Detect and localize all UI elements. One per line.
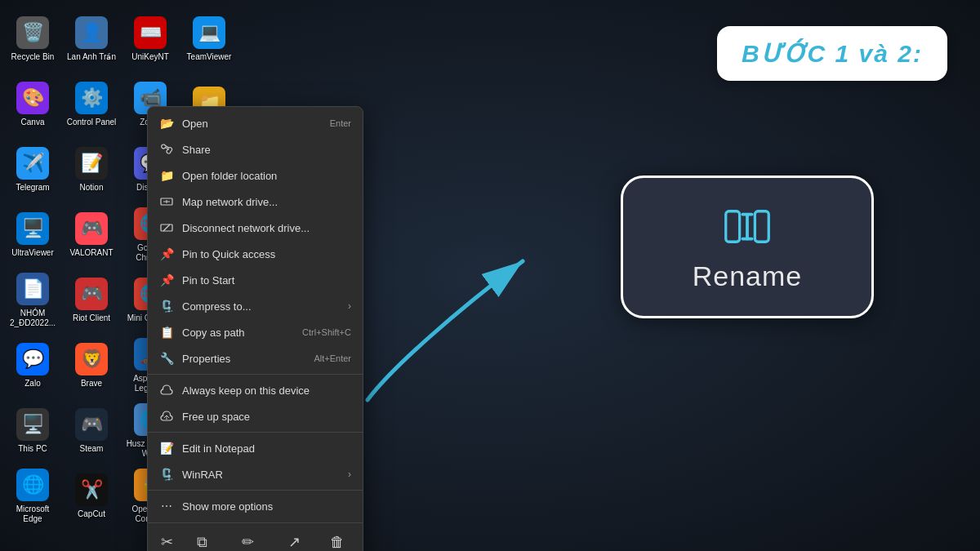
folder-location-icon: 📁 bbox=[159, 168, 174, 183]
svg-line-2 bbox=[163, 224, 170, 231]
menu-item-show-more-label: Show more options bbox=[182, 500, 351, 513]
rename-card-text: Rename bbox=[693, 260, 803, 292]
svg-rect-4 bbox=[726, 211, 740, 242]
menu-items-list: 📂 Open Enter Share 📁 Open folder locatio… bbox=[148, 107, 363, 522]
direction-arrow bbox=[359, 245, 547, 408]
menu-item-properties-shortcut: Alt+Enter bbox=[314, 353, 351, 363]
icon-unikey[interactable]: ⌨️ UniKeyNT bbox=[121, 7, 180, 72]
menu-item-folder-label: Open folder location bbox=[182, 170, 351, 182]
delete-icon: 🗑 bbox=[330, 534, 345, 551]
menu-item-open-shortcut: Enter bbox=[330, 118, 351, 128]
rename-svg-icon bbox=[723, 204, 772, 249]
toolbar-copy-btn[interactable]: ⧉ Copy bbox=[185, 531, 220, 552]
icon-lan-anh[interactable]: 👤 Lan Anh Trần bbox=[62, 7, 121, 72]
menu-item-pin-quick-label: Pin to Quick access bbox=[182, 248, 351, 260]
pin-start-icon: 📌 bbox=[159, 273, 174, 287]
copy-path-icon: 📋 bbox=[159, 325, 174, 340]
properties-icon: 🔧 bbox=[159, 351, 174, 366]
icon-canva[interactable]: 🎨 Canva bbox=[3, 72, 62, 137]
menu-item-always-keep-label: Always keep on this device bbox=[182, 384, 351, 397]
menu-separator-1 bbox=[148, 374, 363, 375]
menu-item-properties[interactable]: 🔧 Properties Alt+Enter bbox=[148, 345, 363, 371]
rename-card: Rename bbox=[621, 176, 874, 318]
menu-item-winrar[interactable]: 🗜️ WinRAR › bbox=[148, 461, 363, 487]
menu-item-edit-notepad[interactable]: 📝 Edit in Notepad bbox=[148, 435, 363, 461]
menu-item-edit-notepad-label: Edit in Notepad bbox=[182, 442, 351, 455]
menu-item-copy-path[interactable]: 📋 Copy as path Ctrl+Shift+C bbox=[148, 319, 363, 345]
icon-nhom[interactable]: 📄 NHÓM 2_ĐD2022... bbox=[3, 268, 62, 333]
pin-quick-icon: 📌 bbox=[159, 247, 174, 261]
menu-item-winrar-label: WinRAR bbox=[182, 469, 336, 481]
menu-item-share-label: Share bbox=[182, 144, 351, 156]
compress-icon: 🗜️ bbox=[159, 299, 174, 313]
menu-item-open-label: Open bbox=[182, 118, 322, 130]
context-menu: 📂 Open Enter Share 📁 Open folder locatio… bbox=[147, 106, 363, 551]
menu-item-free-space[interactable]: Free up space bbox=[148, 403, 363, 429]
menu-separator-2 bbox=[148, 432, 363, 433]
step-label: BƯỚC 1 và 2: bbox=[717, 26, 947, 81]
icon-ctrlpanel[interactable]: ⚙️ Control Panel bbox=[62, 72, 121, 137]
always-keep-icon bbox=[159, 383, 174, 398]
menu-item-open[interactable]: 📂 Open Enter bbox=[148, 110, 363, 136]
share-icon bbox=[159, 142, 174, 157]
toolbar-share-btn[interactable]: ↗ Share bbox=[276, 530, 313, 551]
desktop-icons: 🗑️ Recycle Bin 🎨 Canva ✈️ Telegram 🖥️ Ul… bbox=[0, 0, 163, 551]
menu-item-properties-label: Properties bbox=[182, 353, 305, 365]
step-label-text: BƯỚC 1 và 2: bbox=[742, 40, 923, 67]
menu-item-share[interactable]: Share bbox=[148, 136, 363, 162]
rename-icon: ✏ bbox=[242, 533, 254, 551]
disconnect-drive-icon bbox=[159, 220, 174, 235]
free-space-icon bbox=[159, 409, 174, 424]
toolbar-rename-btn[interactable]: ✏ Rename bbox=[225, 530, 272, 551]
menu-item-disconnect-drive[interactable]: Disconnect network drive... bbox=[148, 215, 363, 241]
menu-separator-3 bbox=[148, 490, 363, 491]
winrar-arrow: › bbox=[348, 469, 351, 480]
icon-teamviewer[interactable]: 💻 TeamViewer bbox=[180, 7, 238, 72]
menu-item-open-folder[interactable]: 📁 Open folder location bbox=[148, 162, 363, 189]
menu-item-compress[interactable]: 🗜️ Compress to... › bbox=[148, 293, 363, 319]
menu-item-copy-path-shortcut: Ctrl+Shift+C bbox=[302, 327, 351, 337]
icon-valorant[interactable]: 🎮 VALORANT bbox=[62, 202, 121, 268]
icon-edge[interactable]: 🌐 Microsoft Edge bbox=[3, 464, 62, 529]
svg-rect-5 bbox=[755, 211, 768, 242]
rename-card-icon bbox=[719, 202, 776, 251]
toolbar-cut-btn[interactable]: ✂ Cut bbox=[154, 530, 180, 551]
menu-item-compress-label: Compress to... bbox=[182, 300, 336, 313]
copy-icon: ⧉ bbox=[197, 534, 207, 551]
icon-ultraviewer[interactable]: 🖥️ UltraViewer bbox=[3, 202, 62, 268]
compress-arrow: › bbox=[348, 300, 351, 312]
toolbar-delete-btn[interactable]: 🗑 Delete bbox=[318, 531, 357, 552]
icon-steam[interactable]: 🎮 Steam bbox=[62, 398, 121, 464]
icon-riot[interactable]: 🎮 Riot Client bbox=[62, 268, 121, 333]
menu-item-pin-quick[interactable]: 📌 Pin to Quick access bbox=[148, 241, 363, 267]
open-icon: 📂 bbox=[159, 116, 174, 131]
menu-item-copy-path-label: Copy as path bbox=[182, 327, 294, 339]
svg-rect-6 bbox=[746, 212, 749, 240]
menu-item-disconnect-label: Disconnect network drive... bbox=[182, 222, 351, 234]
winrar-icon: 🗜️ bbox=[159, 467, 174, 482]
icon-notion[interactable]: 📝 Notion bbox=[62, 137, 121, 202]
cut-icon: ✂ bbox=[161, 533, 173, 551]
icon-capcut[interactable]: ✂️ CapCut bbox=[62, 464, 121, 529]
menu-toolbar: ✂ Cut ⧉ Copy ✏ Rename ↗ Share 🗑 Delete bbox=[148, 522, 363, 551]
menu-item-show-more[interactable]: ⋯ Show more options bbox=[148, 493, 363, 519]
icon-zalo[interactable]: 💬 Zalo bbox=[3, 333, 62, 398]
menu-item-free-space-label: Free up space bbox=[182, 411, 351, 423]
icon-recycle-bin[interactable]: 🗑️ Recycle Bin bbox=[3, 7, 62, 72]
menu-item-always-keep[interactable]: Always keep on this device bbox=[148, 377, 363, 403]
menu-item-pin-start-label: Pin to Start bbox=[182, 274, 351, 287]
share-toolbar-icon: ↗ bbox=[288, 533, 301, 551]
icon-thispc[interactable]: 🖥️ This PC bbox=[3, 398, 62, 464]
arrow-container bbox=[359, 245, 547, 408]
edit-notepad-icon: 📝 bbox=[159, 441, 174, 455]
menu-item-map-drive[interactable]: Map network drive... bbox=[148, 189, 363, 215]
icon-brave[interactable]: 🦁 Brave bbox=[62, 333, 121, 398]
show-more-icon: ⋯ bbox=[159, 499, 174, 513]
menu-item-pin-start[interactable]: 📌 Pin to Start bbox=[148, 267, 363, 293]
menu-item-map-label: Map network drive... bbox=[182, 196, 351, 208]
icon-telegram[interactable]: ✈️ Telegram bbox=[3, 137, 62, 202]
svg-rect-8 bbox=[742, 237, 754, 240]
svg-rect-7 bbox=[742, 212, 754, 216]
map-drive-icon bbox=[159, 194, 174, 209]
